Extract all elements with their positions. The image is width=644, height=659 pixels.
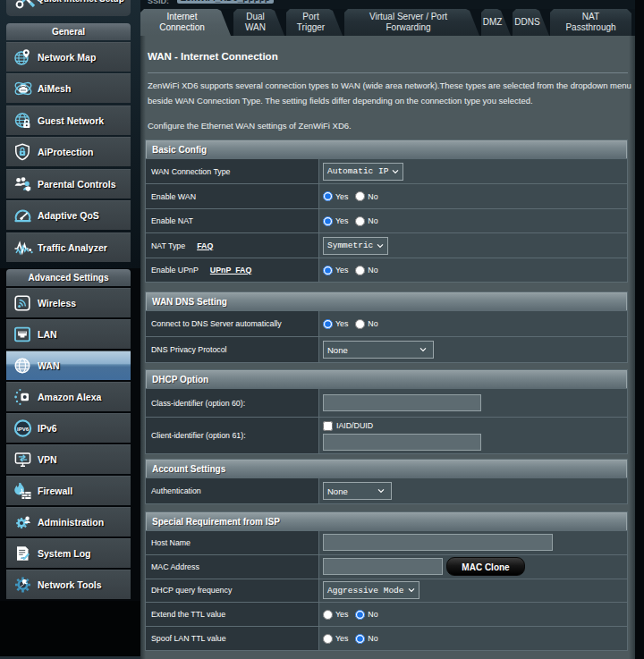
svg-text:IPV6: IPV6 [17, 427, 30, 432]
